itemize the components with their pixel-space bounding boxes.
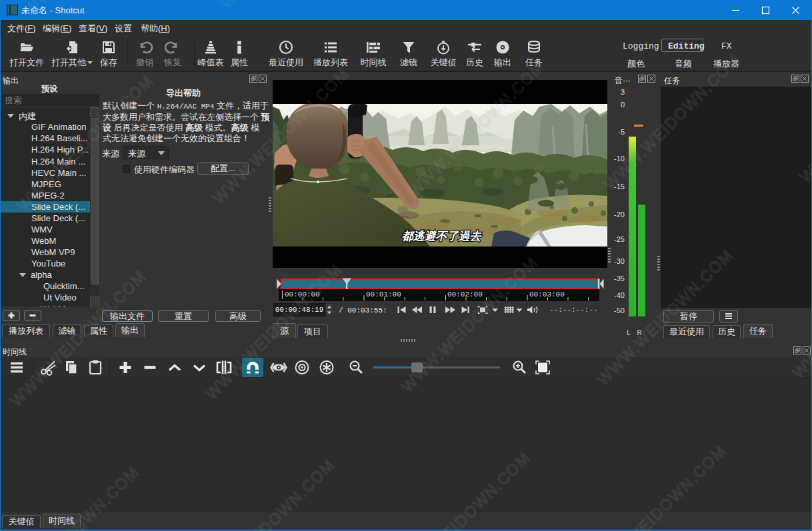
svg-text:00:00:00: 00:00:00	[285, 290, 320, 298]
svg-text:00:02:00: 00:02:00	[447, 290, 483, 298]
svg-text:00:03:00: 00:03:00	[529, 290, 565, 298]
svg-text:00:01:00: 00:01:00	[366, 290, 401, 298]
svg-text:都逃避不了過去: 都逃避不了過去	[402, 230, 483, 243]
